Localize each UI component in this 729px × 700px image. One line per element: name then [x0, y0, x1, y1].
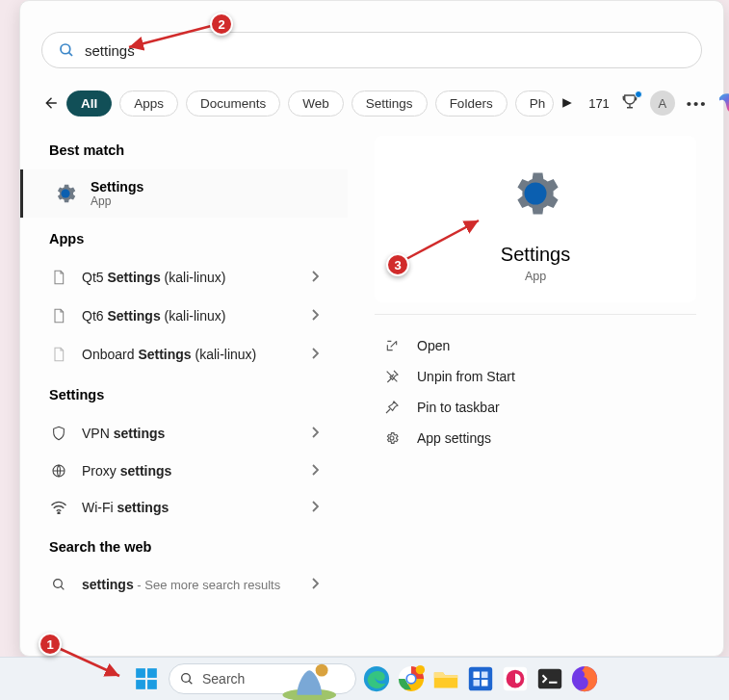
search-highlight-icon — [276, 667, 343, 690]
pin-icon — [384, 400, 402, 415]
best-match-heading: Best match — [20, 129, 348, 169]
taskbar-chrome[interactable] — [397, 664, 426, 693]
svg-point-23 — [407, 675, 415, 683]
app-result-qt5[interactable]: Qt5 Settings (kali-linux) — [20, 258, 348, 297]
best-match-sub: App — [91, 194, 143, 208]
action-open[interactable]: Open — [375, 330, 696, 361]
svg-point-4 — [58, 512, 60, 514]
action-pin-taskbar[interactable]: Pin to taskbar — [375, 392, 696, 423]
annotation-3: 3 — [386, 253, 409, 276]
chevron-right-icon — [311, 500, 319, 515]
taskbar-search[interactable]: Search — [169, 663, 356, 694]
search-icon — [179, 671, 195, 687]
shield-icon — [49, 425, 68, 442]
wifi-icon — [49, 501, 68, 514]
document-icon — [49, 307, 68, 324]
open-icon — [384, 338, 402, 353]
best-match-item[interactable]: Settings App — [20, 169, 348, 218]
gear-icon — [52, 180, 79, 207]
gear-icon — [384, 430, 402, 446]
chevron-right-icon — [311, 308, 319, 324]
filter-all[interactable]: All — [66, 91, 112, 117]
settings-gear-icon — [507, 165, 564, 226]
svg-rect-29 — [482, 680, 488, 687]
svg-rect-28 — [474, 680, 481, 687]
svg-rect-31 — [538, 669, 561, 689]
chevron-right-icon — [311, 270, 319, 285]
chevron-right-icon — [311, 577, 319, 592]
chevron-right-icon — [311, 347, 319, 362]
search-icon — [49, 577, 68, 592]
svg-rect-14 — [136, 680, 145, 689]
svg-rect-15 — [147, 680, 157, 689]
settings-heading: Settings — [20, 374, 348, 414]
action-unpin-start[interactable]: Unpin from Start — [375, 361, 696, 392]
filter-folders[interactable]: Folders — [435, 91, 508, 117]
rewards-points: 171 — [588, 96, 610, 111]
annotation-1: 1 — [39, 633, 62, 656]
taskbar-app-red[interactable] — [501, 664, 530, 693]
action-app-settings[interactable]: App settings — [375, 423, 696, 454]
svg-rect-26 — [474, 672, 481, 679]
setting-vpn[interactable]: VPN settings — [20, 414, 348, 453]
svg-rect-25 — [469, 667, 492, 690]
copilot-icon[interactable] — [719, 91, 729, 116]
results-list: Best match Settings App Apps Qt5 Setting… — [20, 129, 348, 649]
taskbar-search-label: Search — [202, 671, 269, 687]
app-result-qt6[interactable]: Qt6 Settings (kali-linux) — [20, 297, 348, 335]
filter-web[interactable]: Web — [288, 91, 344, 117]
svg-point-19 — [315, 664, 327, 677]
document-icon — [49, 346, 68, 363]
preview-pane: Settings App Open Unpin from Start Pin t… — [348, 129, 723, 649]
globe-icon — [49, 463, 68, 479]
filter-settings[interactable]: Settings — [351, 91, 428, 117]
svg-line-11 — [404, 220, 479, 260]
filter-apps[interactable]: Apps — [119, 91, 178, 117]
annotation-arrow-2 — [123, 22, 220, 51]
taskbar-app-blue[interactable] — [466, 664, 495, 693]
setting-wifi[interactable]: Wi-Fi settings — [20, 489, 348, 526]
svg-line-9 — [52, 645, 119, 676]
annotation-2: 2 — [210, 13, 233, 36]
svg-rect-12 — [136, 668, 145, 678]
taskbar-edge[interactable] — [362, 664, 391, 693]
back-button[interactable] — [41, 89, 59, 117]
annotation-arrow-3 — [402, 216, 488, 264]
chevron-right-icon — [311, 426, 319, 441]
svg-line-1 — [68, 52, 72, 56]
start-button[interactable] — [130, 662, 163, 695]
chevron-right-icon — [311, 463, 319, 479]
more-icon[interactable]: ••• — [687, 95, 708, 112]
svg-point-7 — [525, 183, 547, 205]
app-result-onboard[interactable]: Onboard Settings (kali-linux) — [20, 335, 348, 374]
windows-search-panel: All Apps Documents Web Settings Folders … — [19, 0, 724, 657]
document-icon — [49, 269, 68, 286]
search-web-heading: Search the web — [20, 526, 348, 566]
user-avatar[interactable]: A — [650, 91, 675, 116]
svg-line-10 — [129, 25, 215, 47]
svg-rect-27 — [482, 672, 488, 679]
taskbar-explorer[interactable] — [431, 664, 460, 693]
web-search-result[interactable]: settings - See more search results — [20, 566, 348, 603]
setting-proxy[interactable]: Proxy settings — [20, 453, 348, 489]
filter-documents[interactable]: Documents — [186, 91, 280, 117]
taskbar-firefox[interactable] — [570, 664, 599, 693]
svg-point-16 — [182, 674, 191, 683]
svg-point-8 — [390, 436, 394, 440]
preview-title: Settings — [501, 244, 570, 266]
more-filters-icon[interactable] — [561, 97, 573, 109]
annotation-arrow-1 — [50, 643, 127, 682]
unpin-icon — [384, 369, 402, 384]
svg-point-2 — [61, 189, 69, 197]
svg-line-6 — [61, 586, 64, 589]
rewards-icon[interactable] — [621, 92, 638, 114]
best-match-title: Settings — [91, 179, 143, 194]
header-right: 171 A ••• — [588, 91, 729, 116]
svg-point-24 — [416, 665, 425, 674]
svg-rect-13 — [147, 668, 157, 678]
filter-photos[interactable]: Ph — [515, 91, 555, 117]
taskbar-terminal[interactable] — [535, 664, 564, 693]
preview-sub: App — [525, 270, 546, 283]
svg-point-5 — [54, 580, 63, 588]
filter-row: All Apps Documents Web Settings Folders … — [20, 83, 723, 129]
